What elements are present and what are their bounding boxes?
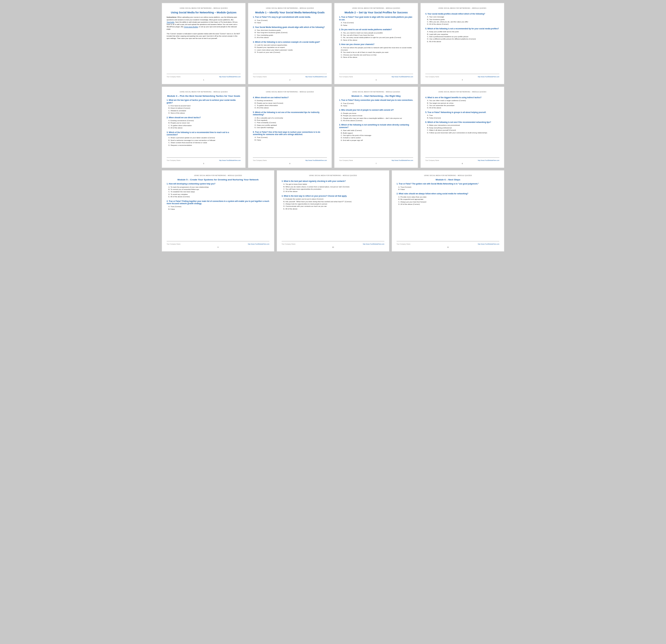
page-3-header: USING SOCIAL MEDIA FOR NETWORKING – MODU… [339, 7, 413, 9]
page-4-number: 4 [425, 79, 500, 81]
page-1-title: Using Social Media for Networking – Modu… [166, 11, 241, 15]
page-8: USING SOCIAL MEDIA FOR NETWORKING – MODU… [420, 87, 504, 168]
page-4-q5: 5. Which of the following is not a recom… [425, 28, 500, 43]
page-3-q3: 3. How can you choose your channels? A. … [339, 43, 413, 58]
footer-url: http://www.YourWebsiteHere.com [392, 76, 413, 78]
page-3: USING SOCIAL MEDIA FOR NETWORKING – MODU… [334, 3, 418, 84]
page-7-q3: 3. Which of the following is not somethi… [339, 124, 413, 141]
page-6-q4: 4. When should we use indirect tactics? … [253, 97, 327, 109]
page-11-header: USING SOCIAL MEDIA FOR NETWORKING – MODU… [397, 174, 500, 176]
page-5-header: USING SOCIAL MEDIA FOR NETWORKING – MODU… [166, 91, 241, 93]
page-1-footer: Your Company Name http://www.YourWebsite… [166, 74, 241, 78]
page-5-q1: 1. What are the two types of tactics you… [166, 99, 241, 114]
page-2-q3: 3. Which of the following is not a commo… [253, 41, 327, 54]
page-4-q4: 4. Your social media profiles should ref… [425, 13, 500, 26]
page-3-footer: Your Company Name http://www.YourWebsite… [339, 74, 413, 78]
page-11: USING SOCIAL MEDIA FOR NETWORKING – MODU… [392, 170, 504, 252]
page-3-q2: 2. Do you need to use all social media p… [339, 29, 413, 41]
page-2-title: Module 1 – Identify Your Social Media Ne… [253, 11, 327, 15]
page-6-q6: 6. True or False? One of the best ways t… [253, 131, 327, 141]
page-10: USING SOCIAL MEDIA FOR NETWORKING – MODU… [277, 170, 389, 252]
footer-url: http://www.YourWebsiteHere.com [219, 76, 241, 78]
page-1-note: The 'Correct' answer is indicated in eac… [166, 33, 241, 39]
page-3-number: 3 [339, 79, 413, 81]
page-10-q3: 3. What is the best part about regularly… [282, 180, 384, 193]
page-6-q5: 5. Which of the following is not one of … [253, 111, 327, 129]
page-7-title: Module 4 – Start Networking... the Right… [339, 95, 413, 98]
page-7-footer: Your Company Name http://www.YourWebsite… [339, 157, 413, 162]
page-9-title: Module 5 – Create Your Systems for Growi… [166, 179, 269, 181]
page-9-q1: 1. How will developing a networking syst… [166, 183, 269, 198]
page-2-q1: 1. True or False? It's easy to get overw… [253, 16, 327, 24]
page-7-q2: 2. Who should your list of people to con… [339, 109, 413, 122]
footer-url: http://www.YourWebsiteHere.com [478, 76, 500, 78]
footer-company: Your Company Name [253, 76, 267, 78]
page-4-footer: Your Company Name http://www.YourWebsite… [425, 74, 500, 78]
page-2-q2-title: 2. Your Social Media Networking goals sh… [253, 26, 327, 29]
page-2-q2: 2. Your Social Media Networking goals sh… [253, 26, 327, 39]
page-3-title: Module 2 – Set Up Your Social Profiles f… [339, 11, 413, 15]
page-1-instructions: Instructions: When uploading your course… [166, 16, 241, 30]
page-5: USING SOCIAL MEDIA FOR NETWORKING – MODU… [162, 87, 246, 168]
page-6: USING SOCIAL MEDIA FOR NETWORKING – MODU… [248, 87, 332, 168]
page-9-header: USING SOCIAL MEDIA FOR NETWORKING – MODU… [166, 174, 269, 176]
page-2-q1-a: A. True (Correct) [255, 19, 327, 21]
page-5-q2: 2. When should we use direct tactics? A.… [166, 117, 241, 129]
page-5-footer: Your Company Name http://www.YourWebsite… [166, 157, 241, 162]
page-2-q3-title: 3. Which of the following is not a commo… [253, 41, 327, 43]
footer-company: Your Company Name [339, 76, 353, 78]
page-9: USING SOCIAL MEDIA FOR NETWORKING – MODU… [162, 170, 274, 252]
row-3: USING SOCIAL MEDIA FOR NETWORKING – MODU… [162, 170, 504, 252]
page-11-title: Module 6 – Next Steps [397, 179, 500, 181]
page-8-header: USING SOCIAL MEDIA FOR NETWORKING – MODU… [425, 91, 500, 93]
page-11-footer: Your Company Name http://www.YourWebsite… [397, 241, 500, 245]
page-2: USING SOCIAL MEDIA FOR NETWORKING – MODU… [248, 3, 332, 84]
page-8-q5: 5. True or False? Networking in groups i… [425, 111, 500, 119]
page-10-footer: Your Company Name http://www.YourWebsite… [282, 241, 384, 245]
page-10-header: USING SOCIAL MEDIA FOR NETWORKING – MODU… [282, 174, 384, 176]
page-2-number: 2 [253, 79, 327, 81]
page-10-q4: 4. What is the best way to reflect on yo… [282, 195, 384, 210]
page-2-header: USING SOCIAL MEDIA FOR NETWORKING – MODU… [253, 7, 327, 9]
page-3-q1: 1. True or False? Your goal needs to ali… [339, 16, 413, 27]
row-2: USING SOCIAL MEDIA FOR NETWORKING – MODU… [162, 87, 504, 168]
page-11-q2: 2. What rules should we always follow wh… [397, 192, 500, 205]
footer-company: Your Company Name [425, 76, 439, 78]
page-1-header: USING SOCIAL MEDIA FOR NETWORKING – MODU… [166, 7, 241, 9]
page-4-header: USING SOCIAL MEDIA FOR NETWORKING – MODU… [425, 7, 500, 9]
footer-url: http://www.YourWebsiteHere.com [305, 76, 327, 78]
page-6-footer: Your Company Name http://www.YourWebsite… [253, 157, 327, 162]
page-8-footer: Your Company Name http://www.YourWebsite… [425, 157, 500, 162]
page-9-footer: Your Company Name http://www.YourWebsite… [166, 241, 269, 245]
page-8-q6: 6. Which of the following is not one if … [425, 121, 500, 134]
page-1: USING SOCIAL MEDIA FOR NETWORKING – MODU… [162, 3, 246, 84]
page-6-header: USING SOCIAL MEDIA FOR NETWORKING – MODU… [253, 91, 327, 93]
page-5-q3: 3. Which of the following is not a recom… [166, 131, 241, 147]
page-1-number: 1 [166, 79, 241, 81]
page-7: USING SOCIAL MEDIA FOR NETWORKING – MODU… [334, 87, 418, 168]
row-1: USING SOCIAL MEDIA FOR NETWORKING – MODU… [162, 3, 504, 84]
page-2-q1-b: B. False [255, 21, 327, 24]
footer-company: Your Company Name [166, 76, 180, 78]
page-7-header: USING SOCIAL MEDIA FOR NETWORKING – MODU… [339, 91, 413, 93]
page-9-q2: 2. True or False? Putting together your … [166, 200, 269, 210]
page-2-footer: Your Company Name http://www.YourWebsite… [253, 74, 327, 78]
page-5-title: Module 3 – Pick the Best Social Networki… [166, 95, 241, 98]
page-4: USING SOCIAL MEDIA FOR NETWORKING – MODU… [420, 3, 504, 84]
page-7-q1: 1. True or False? Every connection you m… [339, 99, 413, 107]
page-11-q1: 1. True or False? The golden rule with S… [397, 183, 500, 190]
page-2-q1-title: 1. True or False? It's easy to get overw… [253, 16, 327, 18]
page-8-q4: 4. What is one of the biggest benefits t… [425, 97, 500, 109]
